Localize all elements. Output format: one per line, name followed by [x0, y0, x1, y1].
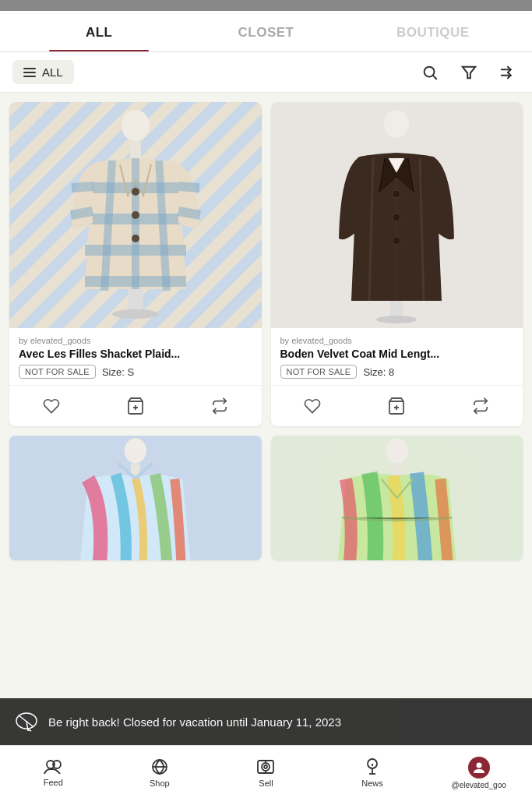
svg-point-28	[393, 237, 400, 245]
filter-all-label: ALL	[42, 65, 63, 79]
svg-point-50	[264, 765, 267, 768]
filter-icon	[460, 64, 477, 81]
product-card-1: by elevated_goods Avec Les Filles Shacke…	[9, 102, 262, 426]
share-button-1[interactable]	[203, 394, 236, 418]
heart-icon-2	[304, 397, 321, 415]
svg-point-15	[132, 211, 139, 219]
sell-icon	[255, 757, 276, 776]
sort-icon	[499, 64, 516, 81]
svg-rect-21	[128, 289, 143, 312]
top-banner	[0, 0, 532, 11]
product-card-2: by elevated_goods Boden Velvet Coat Mid …	[271, 102, 523, 426]
nav-profile-label: @elevated_goo	[452, 781, 506, 789]
profile-avatar	[468, 757, 490, 779]
product-meta-1: NOT FOR SALE Size: S	[19, 365, 252, 379]
nav-profile[interactable]: @elevated_goo	[425, 746, 532, 798]
svg-point-33	[125, 438, 146, 463]
product-info-1: by elevated_goods Avec Les Filles Shacke…	[9, 328, 262, 379]
nav-news-label: News	[361, 779, 383, 788]
filter-icons	[418, 61, 520, 84]
nav-shop[interactable]: Shop	[107, 746, 213, 798]
heart-icon-1	[43, 397, 60, 415]
partial-card-3	[9, 436, 262, 560]
filter-button[interactable]	[457, 61, 481, 84]
svg-line-18	[71, 211, 93, 215]
svg-point-24	[384, 110, 409, 138]
product-image-2	[271, 102, 523, 328]
plaid-jacket-image	[50, 102, 221, 328]
nav-news[interactable]: News	[319, 746, 426, 798]
product-grid: by elevated_goods Avec Les Filles Shacke…	[0, 93, 532, 436]
svg-line-1	[433, 76, 436, 79]
product-actions-1	[9, 385, 262, 426]
partial-product-row	[0, 436, 532, 570]
beach-umbrella-icon	[16, 711, 37, 733]
nav-shop-label: Shop	[150, 779, 170, 788]
svg-point-56	[476, 762, 481, 768]
halter-image	[9, 436, 262, 560]
svg-point-38	[386, 438, 407, 463]
not-for-sale-badge-1: NOT FOR SALE	[19, 365, 96, 379]
hamburger-icon	[23, 68, 36, 77]
seller-2: by elevated_goods	[280, 336, 514, 345]
tabs-container: ALL CLOSET BOUTIQUE	[0, 11, 532, 52]
tab-all[interactable]: ALL	[16, 11, 182, 51]
nav-sell-label: Sell	[259, 779, 273, 788]
svg-point-49	[262, 763, 270, 771]
svg-line-41	[19, 715, 33, 726]
nav-feed-label: Feed	[44, 778, 63, 787]
person-icon	[473, 761, 485, 774]
size-label-1: Size: S	[102, 366, 134, 378]
sort-button[interactable]	[496, 61, 520, 84]
like-button-1[interactable]	[35, 394, 68, 418]
seller-1: by elevated_goods	[19, 336, 252, 345]
bottom-nav: Feed Shop Sell	[0, 745, 532, 798]
velvet-coat-image	[311, 102, 482, 328]
vacation-message: Be right back! Closed for vacation until…	[48, 715, 341, 729]
svg-point-30	[376, 316, 417, 323]
share-icon-1	[211, 397, 228, 415]
svg-point-16	[132, 235, 139, 242]
bag-plus-icon-1	[126, 397, 145, 415]
umbrella-icon-svg	[16, 711, 37, 733]
partial-card-4	[271, 436, 523, 560]
svg-rect-29	[390, 301, 403, 318]
svg-point-27	[393, 214, 400, 221]
search-icon	[421, 64, 439, 81]
size-label-2: Size: 8	[363, 366, 394, 378]
tab-closet[interactable]: CLOSET	[182, 11, 349, 51]
add-to-bag-button-1[interactable]	[118, 394, 153, 418]
svg-point-5	[122, 110, 150, 141]
nav-sell[interactable]: Sell	[213, 746, 319, 798]
svg-line-19	[178, 186, 199, 188]
filter-all-button[interactable]: ALL	[12, 60, 74, 84]
svg-marker-2	[463, 66, 476, 78]
dress-image	[271, 436, 523, 560]
svg-line-20	[178, 211, 200, 215]
share-button-2[interactable]	[464, 394, 497, 418]
nav-feed[interactable]: Feed	[0, 746, 107, 798]
add-to-bag-button-2[interactable]	[379, 394, 414, 418]
svg-point-26	[393, 190, 400, 198]
product-title-1: Avec Les Filles Shacket Plaid...	[19, 348, 252, 360]
feed-icon	[43, 758, 63, 775]
shop-icon	[150, 757, 169, 776]
filter-bar: ALL	[0, 52, 532, 93]
search-button[interactable]	[418, 61, 442, 84]
news-icon	[363, 757, 382, 776]
share-icon-2	[472, 397, 489, 415]
tab-boutique[interactable]: BOUTIQUE	[350, 11, 516, 51]
bag-plus-icon-2	[387, 397, 406, 415]
product-image-1	[9, 102, 262, 328]
svg-point-14	[132, 188, 139, 196]
vacation-banner: Be right back! Closed for vacation until…	[0, 698, 532, 745]
product-meta-2: NOT FOR SALE Size: 8	[280, 365, 514, 379]
product-info-2: by elevated_goods Boden Velvet Coat Mid …	[271, 328, 523, 379]
svg-line-17	[72, 186, 93, 188]
not-for-sale-badge-2: NOT FOR SALE	[280, 365, 358, 379]
product-title-2: Boden Velvet Coat Mid Lengt...	[280, 348, 514, 360]
like-button-2[interactable]	[296, 394, 329, 418]
product-actions-2	[271, 385, 523, 426]
svg-point-22	[112, 309, 159, 319]
